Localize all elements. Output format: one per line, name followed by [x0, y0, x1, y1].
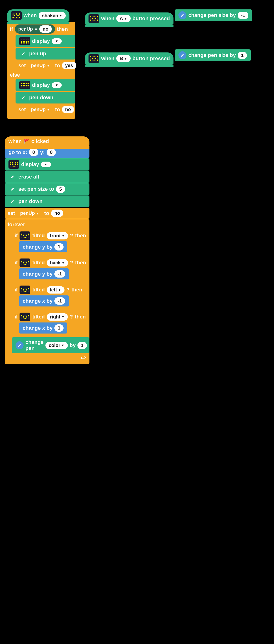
pen-icon-2 [19, 94, 27, 102]
if2-label: if [15, 260, 18, 266]
question4: ? [70, 314, 73, 320]
penup-var-3[interactable]: penUp [17, 210, 42, 217]
display-block-2[interactable]: display [16, 79, 75, 91]
change-pen-size-b[interactable]: change pen size by 1 [175, 50, 251, 61]
front-dropdown[interactable]: front [47, 232, 68, 240]
shaken-dropdown[interactable]: shaken [39, 12, 66, 19]
change-y-2[interactable]: change y by -1 [19, 268, 69, 280]
y-label: y: [40, 149, 45, 156]
if-left-block: if tilted left ? [12, 283, 89, 310]
y1-val[interactable]: 1 [54, 243, 64, 250]
erase-all-label: erase all [18, 174, 39, 180]
if-back-inner: change y by -1 [19, 268, 89, 280]
set-penup-no[interactable]: set penUp to no [16, 104, 75, 115]
change-pen-label: change pen [26, 339, 44, 352]
display-block-1[interactable]: display [16, 35, 75, 47]
display-dropdown-3[interactable] [41, 162, 51, 167]
x-value[interactable]: 0 [29, 149, 38, 156]
change-x-3[interactable]: change x by -1 [19, 296, 69, 306]
y-value[interactable]: 0 [47, 149, 56, 156]
microbit-icon-3 [19, 81, 30, 90]
pen-up-block[interactable]: pen up [16, 48, 75, 60]
btn-pressed-a: button pressed [133, 16, 170, 22]
microbit-icon-9 [20, 286, 30, 294]
forever-arrow: ↩ [5, 353, 89, 363]
pen-icon-1 [19, 50, 27, 58]
no-value-2[interactable]: no [62, 106, 74, 113]
microbit-icon-2 [19, 37, 30, 46]
go-to-label: go to x: [9, 149, 27, 156]
if-right-top: if tilted right ? [12, 311, 89, 322]
if-back-block: if tilted back ? [12, 256, 89, 283]
pen-down-block-2[interactable]: pen down [5, 196, 89, 207]
display-dropdown-1[interactable] [52, 38, 62, 44]
x4-val[interactable]: 1 [54, 324, 64, 332]
display-label-3: display [21, 161, 39, 168]
pen-down-label-2: pen down [18, 198, 43, 204]
microbit-icon-5 [89, 54, 99, 63]
set-penup-no-2[interactable]: set penUp to no [5, 208, 89, 219]
x3-val[interactable]: -1 [54, 297, 65, 304]
no-value[interactable]: no [39, 26, 52, 33]
penup-condition[interactable]: penUp = no [15, 24, 55, 34]
if-right-inner: change x by 1 [19, 322, 89, 334]
pen-icon-5 [9, 173, 17, 181]
microbit-icon-10 [20, 312, 30, 321]
pen-size-a-value[interactable]: -1 [238, 12, 248, 19]
no-val-3[interactable]: no [51, 210, 63, 217]
microbit-icon-8 [20, 258, 30, 267]
forever-label: forever [5, 220, 89, 229]
if4-label: if [15, 314, 18, 320]
forever-block: forever if tilted [5, 219, 89, 364]
when-b-hat[interactable]: when B button pressed [85, 52, 173, 65]
left-dropdown[interactable]: left [47, 286, 65, 294]
btn-b-dropdown[interactable]: B [116, 55, 130, 62]
microbit-icon-7 [20, 232, 30, 240]
color-dropdown[interactable]: color [46, 342, 68, 349]
then4-label: then [75, 314, 86, 320]
question2: ? [70, 260, 73, 266]
display-block-3[interactable]: display [5, 158, 89, 170]
penup-var-dropdown[interactable]: penUp [28, 62, 53, 69]
then-label: then [57, 26, 68, 32]
change-y-1[interactable]: change y by 1 [19, 241, 67, 252]
tilted1-label: tilted [32, 232, 45, 239]
right-dropdown[interactable]: right [47, 313, 68, 320]
back-dropdown[interactable]: back [47, 259, 68, 266]
change-x-4[interactable]: change x by 1 [19, 322, 67, 334]
penup-var-dropdown-2[interactable]: penUp [28, 106, 53, 113]
display-dropdown-2[interactable] [52, 82, 62, 88]
yes-value[interactable]: yes [62, 62, 76, 69]
clicked-label: clicked [31, 138, 49, 144]
forever-inner: if tilted front ? [12, 229, 89, 353]
when-clicked-hat[interactable]: when 🚩 clicked [5, 136, 89, 146]
else-label: else [7, 71, 75, 79]
display-label-1: display [32, 38, 50, 44]
when-b-button-group: when B button pressed change pen size by… [85, 50, 251, 65]
pen-icon-6 [9, 185, 17, 193]
microbit-icon-4 [89, 14, 99, 23]
color-val[interactable]: 1 [77, 342, 87, 349]
set-pen-size-block[interactable]: set pen size to 5 [5, 183, 89, 195]
pen-size-value[interactable]: 5 [56, 186, 65, 193]
question3: ? [66, 287, 70, 293]
when-a-hat[interactable]: when A button pressed [85, 12, 173, 25]
erase-all-block[interactable]: erase all [5, 171, 89, 183]
when-a-button-group: when A button pressed change pen size by… [85, 10, 252, 25]
when-shaken-hat[interactable]: when shaken [7, 10, 70, 22]
change-pen-size-a[interactable]: change pen size by -1 [175, 10, 252, 21]
microbit-icon-1 [11, 11, 22, 20]
set-penup-yes[interactable]: set penUp to yes [16, 60, 75, 71]
when-shaken-group: when shaken if penUp = no then [7, 10, 75, 119]
btn-a-dropdown[interactable]: A [116, 15, 130, 22]
y2-val[interactable]: -1 [54, 270, 65, 278]
pen-down-block-1[interactable]: pen down [16, 92, 75, 104]
if-back-top: if tilted back ? [12, 257, 89, 268]
if-front-inner: change y by 1 [19, 241, 89, 252]
tilted3-label: tilted [32, 287, 45, 293]
tilted2-label: tilted [32, 260, 45, 266]
if-shaken-block: if penUp = no then [7, 22, 75, 119]
when-label: when [24, 12, 37, 18]
change-pen-color-block[interactable]: change pen color by 1 [12, 337, 89, 353]
pen-size-b-value[interactable]: 1 [238, 52, 247, 59]
